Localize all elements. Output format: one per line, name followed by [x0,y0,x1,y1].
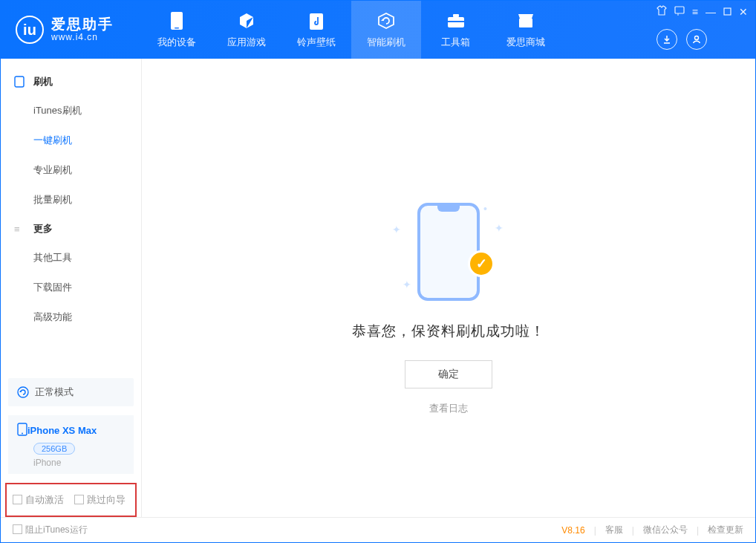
svg-rect-10 [15,77,24,87]
app-logo-icon: iu [16,16,44,44]
tab-label: 我的设备 [157,36,196,49]
store-icon [517,10,535,31]
logo-section: iu 爱思助手 www.i4.cn [1,16,142,44]
header-actions [656,29,713,50]
tab-ringtones[interactable]: 铃声壁纸 [281,1,351,59]
sparkle-icon: ✦ [392,224,401,235]
wechat-link[interactable]: 微信公众号 [643,524,688,536]
sidebar-item-other-tools[interactable]: 其他工具 [1,243,141,273]
tab-smart-flash[interactable]: 智能刷机 [351,1,421,59]
menu-icon[interactable]: ≡ [692,6,698,18]
svg-rect-4 [453,14,459,17]
tab-label: 铃声壁纸 [297,36,336,49]
download-icon [662,34,672,45]
account-button[interactable] [686,29,707,50]
svg-rect-6 [519,19,532,27]
phone-small-icon [17,423,27,438]
download-button[interactable] [656,29,677,50]
success-message: 恭喜您，保资料刷机成功啦！ [352,322,545,341]
support-link[interactable]: 客服 [605,524,623,536]
footer-right: V8.16 | 客服 | 微信公众号 | 检查更新 [561,524,743,536]
refresh-icon [377,10,396,31]
check-icon: ✓ [468,250,495,277]
check-update-link[interactable]: 检查更新 [708,524,743,536]
tshirt-icon[interactable] [656,5,667,18]
phone-notch [437,206,460,212]
device-name-row: iPhone XS Max [17,423,125,438]
app-name: 爱思助手 [51,17,114,33]
tab-apps-games[interactable]: 应用游戏 [212,1,281,59]
device-type: iPhone [33,458,125,468]
tab-label: 智能刷机 [367,36,405,49]
tab-store[interactable]: 爱思商城 [491,1,561,59]
version-label: V8.16 [561,525,584,536]
device-card[interactable]: iPhone XS Max 256GB iPhone [8,415,134,474]
sidebar: 刷机 iTunes刷机 一键刷机 专业刷机 批量刷机 ≡ 更多 其他工具 下载固… [1,59,142,517]
sidebar-group-more: ≡ 更多 [1,215,141,243]
sidebar-group-flash: 刷机 [1,68,141,96]
status-bar: 阻止iTunes运行 V8.16 | 客服 | 微信公众号 | 检查更新 [1,517,755,542]
device-name: iPhone XS Max [27,425,97,436]
svg-point-9 [694,36,698,40]
main-content: ✦ ✦ ✦ • ✓ 恭喜您，保资料刷机成功啦！ 确定 查看日志 [142,59,755,517]
sidebar-item-download-firmware[interactable]: 下载固件 [1,273,141,302]
mode-label: 正常模式 [35,386,74,399]
svg-point-13 [22,433,23,435]
device-icon [14,76,27,88]
toolbox-icon [446,10,466,31]
tab-toolbox[interactable]: 工具箱 [421,1,491,59]
separator: | [594,525,596,536]
minimize-button[interactable]: — [706,6,716,18]
separator: | [697,525,699,536]
ok-button[interactable]: 确定 [405,360,492,388]
auto-activate-label: 自动激活 [25,494,64,505]
sidebar-scroll: 刷机 iTunes刷机 一键刷机 专业刷机 批量刷机 ≡ 更多 其他工具 下载固… [1,59,141,372]
window-controls: ≡ — ✕ [656,5,748,18]
view-log-link[interactable]: 查看日志 [429,402,468,415]
sidebar-item-pro-flash[interactable]: 专业刷机 [1,155,141,185]
device-mode-box[interactable]: 正常模式 [8,378,134,406]
svg-rect-1 [175,27,179,29]
stop-itunes-label: 阻止iTunes运行 [25,524,88,535]
phone-icon [170,10,183,31]
music-icon [308,10,325,31]
skip-guide-label: 跳过向导 [87,494,126,505]
highlighted-options: 自动激活 跳过向导 [5,483,137,517]
sidebar-item-oneclick-flash[interactable]: 一键刷机 [1,126,141,155]
tab-label: 爱思商城 [506,36,545,49]
auto-activate-checkbox[interactable]: 自动激活 [13,493,64,507]
skip-guide-checkbox[interactable]: 跳过向导 [74,493,126,507]
cube-icon [238,10,255,31]
storage-badge: 256GB [33,443,75,455]
refresh-circle-icon [17,386,29,398]
app-header: iu 爱思助手 www.i4.cn 我的设备 应用游戏 铃声壁纸 [1,1,755,59]
sparkle-icon: ✦ [403,279,411,290]
tab-my-device[interactable]: 我的设备 [142,1,212,59]
sidebar-item-itunes-flash[interactable]: iTunes刷机 [1,96,141,126]
sparkle-icon: ✦ [495,222,504,234]
stop-itunes-checkbox[interactable]: 阻止iTunes运行 [13,524,88,536]
maximize-button[interactable] [723,6,731,18]
svg-rect-7 [675,7,684,13]
svg-rect-5 [448,21,464,22]
svg-rect-8 [724,8,731,15]
feedback-icon[interactable] [674,5,685,18]
user-icon [691,34,702,45]
tab-label: 工具箱 [441,36,470,49]
sidebar-item-advanced[interactable]: 高级功能 [1,302,141,332]
sparkle-icon: • [483,203,487,215]
sidebar-item-batch-flash[interactable]: 批量刷机 [1,185,141,215]
footer-left: 阻止iTunes运行 [13,524,88,536]
header-right: ≡ — ✕ [656,1,755,59]
checkbox-icon [13,495,22,504]
close-button[interactable]: ✕ [739,6,748,18]
main-tabs: 我的设备 应用游戏 铃声壁纸 智能刷机 工具箱 [142,1,561,59]
success-illustration: ✦ ✦ ✦ • ✓ [389,200,508,304]
group-label: 刷机 [33,75,53,88]
group-label: 更多 [33,222,53,235]
checkbox-icon [13,524,22,534]
app-logo-text: 爱思助手 www.i4.cn [51,17,114,42]
menu-icon: ≡ [14,224,27,235]
svg-rect-0 [171,12,183,30]
checkbox-icon [74,495,84,504]
